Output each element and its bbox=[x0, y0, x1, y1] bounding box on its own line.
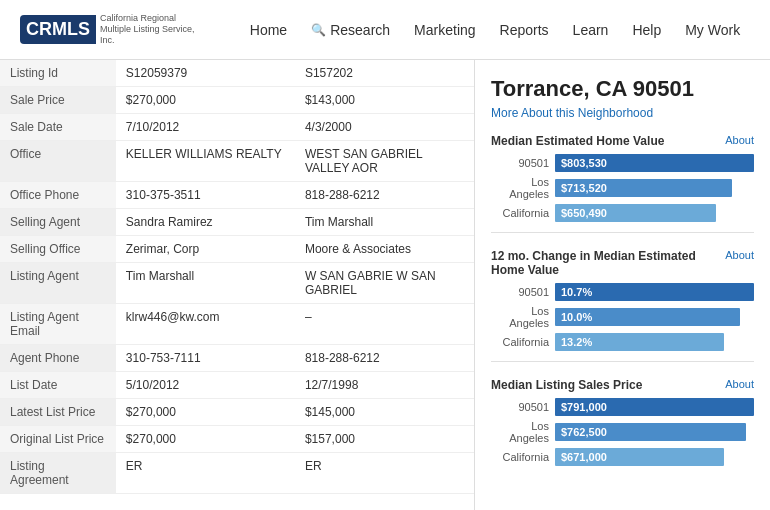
neighborhood-title: Torrance, CA 90501 bbox=[491, 76, 754, 102]
bar-label: 90501 bbox=[491, 401, 549, 413]
stat-title-text: Median Listing Sales Price bbox=[491, 378, 642, 392]
table-row: List Date 5/10/2012 12/7/1998 bbox=[0, 372, 474, 399]
bar-row: 9050110.7% bbox=[491, 283, 754, 301]
bar-fill: $803,530 bbox=[555, 154, 754, 172]
row-label: Selling Agent bbox=[0, 209, 116, 236]
bar-label: Los Angeles bbox=[491, 176, 549, 200]
main-nav: Home 🔍 Research Marketing Reports Learn … bbox=[240, 22, 750, 38]
bar-label: Los Angeles bbox=[491, 420, 549, 444]
row-col2: 4/3/2000 bbox=[295, 114, 474, 141]
table-row: Listing Agent Tim Marshall W SAN GABRIE … bbox=[0, 263, 474, 304]
bar-label: 90501 bbox=[491, 157, 549, 169]
row-col1: Tim Marshall bbox=[116, 263, 295, 304]
stat-title: Median Listing Sales PriceAbout bbox=[491, 378, 754, 392]
row-label: Selling Office bbox=[0, 236, 116, 263]
row-col2: ER bbox=[295, 453, 474, 494]
row-label: Listing Agent bbox=[0, 263, 116, 304]
table-row: Listing Id S12059379 S157202 bbox=[0, 60, 474, 87]
row-col2: S157202 bbox=[295, 60, 474, 87]
table-row: Selling Office Zerimar, Corp Moore & Ass… bbox=[0, 236, 474, 263]
bar-fill: $791,000 bbox=[555, 398, 754, 416]
neighborhood-link[interactable]: More About this Neighborhood bbox=[491, 106, 754, 120]
row-col2: Tim Marshall bbox=[295, 209, 474, 236]
table-row: Sale Date 7/10/2012 4/3/2000 bbox=[0, 114, 474, 141]
property-table-panel: Listing Id S12059379 S157202 Sale Price … bbox=[0, 60, 475, 510]
header: CRMLS California Regional Multiple Listi… bbox=[0, 0, 770, 60]
bar-wrap: $791,000 bbox=[555, 398, 754, 416]
stat-section-0: Median Estimated Home ValueAbout90501$80… bbox=[491, 134, 754, 233]
nav-home[interactable]: Home bbox=[250, 22, 287, 38]
logo-acronym: CRMLS bbox=[20, 15, 96, 44]
bar-row: Los Angeles$762,500 bbox=[491, 420, 754, 444]
bar-label: 90501 bbox=[491, 286, 549, 298]
row-col1: ER bbox=[116, 453, 295, 494]
stat-title: Median Estimated Home ValueAbout bbox=[491, 134, 754, 148]
table-row: Office KELLER WILLIAMS REALTY WEST SAN G… bbox=[0, 141, 474, 182]
nav-reports[interactable]: Reports bbox=[500, 22, 549, 38]
row-label: Listing Agent Email bbox=[0, 304, 116, 345]
bar-fill: $671,000 bbox=[555, 448, 724, 466]
nav-research[interactable]: 🔍 Research bbox=[311, 22, 390, 38]
nav-learn[interactable]: Learn bbox=[573, 22, 609, 38]
search-icon: 🔍 bbox=[311, 23, 326, 37]
section-divider bbox=[491, 232, 754, 233]
stat-title-text: 12 mo. Change in Median Estimated Home V… bbox=[491, 249, 725, 277]
bar-fill: $650,490 bbox=[555, 204, 716, 222]
logo-subtitle: California Regional Multiple Listing Ser… bbox=[100, 13, 200, 45]
row-col2: 818-288-6212 bbox=[295, 182, 474, 209]
bar-row: California13.2% bbox=[491, 333, 754, 351]
row-label: Sale Price bbox=[0, 87, 116, 114]
neighborhood-panel: Torrance, CA 90501 More About this Neigh… bbox=[475, 60, 770, 510]
bar-wrap: 10.0% bbox=[555, 308, 754, 326]
table-row: Agent Phone 310-753-7111 818-288-6212 bbox=[0, 345, 474, 372]
stat-about-link[interactable]: About bbox=[725, 378, 754, 392]
row-col1: 310-375-3511 bbox=[116, 182, 295, 209]
logo: CRMLS California Regional Multiple Listi… bbox=[20, 13, 200, 45]
row-label: Office bbox=[0, 141, 116, 182]
table-row: Original List Price $270,000 $157,000 bbox=[0, 426, 474, 453]
row-label: Listing Id bbox=[0, 60, 116, 87]
bar-row: California$671,000 bbox=[491, 448, 754, 466]
row-label: Sale Date bbox=[0, 114, 116, 141]
bar-wrap: $650,490 bbox=[555, 204, 754, 222]
row-col1: Zerimar, Corp bbox=[116, 236, 295, 263]
stat-about-link[interactable]: About bbox=[725, 134, 754, 148]
row-col1: 310-753-7111 bbox=[116, 345, 295, 372]
bar-fill: 10.7% bbox=[555, 283, 754, 301]
bar-row: 90501$803,530 bbox=[491, 154, 754, 172]
table-row: Listing Agreement ER ER bbox=[0, 453, 474, 494]
bar-wrap: $803,530 bbox=[555, 154, 754, 172]
row-col2: W SAN GABRIE W SAN GABRIEL bbox=[295, 263, 474, 304]
bar-row: 90501$791,000 bbox=[491, 398, 754, 416]
nav-help[interactable]: Help bbox=[632, 22, 661, 38]
stat-about-link[interactable]: About bbox=[725, 249, 754, 277]
row-col1: 5/10/2012 bbox=[116, 372, 295, 399]
table-row: Office Phone 310-375-3511 818-288-6212 bbox=[0, 182, 474, 209]
row-col2: 12/7/1998 bbox=[295, 372, 474, 399]
row-label: List Date bbox=[0, 372, 116, 399]
bar-wrap: $671,000 bbox=[555, 448, 754, 466]
bar-wrap: $762,500 bbox=[555, 423, 754, 441]
row-col1: S12059379 bbox=[116, 60, 295, 87]
row-col2: $157,000 bbox=[295, 426, 474, 453]
bar-row: California$650,490 bbox=[491, 204, 754, 222]
bar-row: Los Angeles$713,520 bbox=[491, 176, 754, 200]
row-col1: klrw446@kw.com bbox=[116, 304, 295, 345]
nav-marketing[interactable]: Marketing bbox=[414, 22, 475, 38]
table-row: Selling Agent Sandra Ramirez Tim Marshal… bbox=[0, 209, 474, 236]
row-col1: $270,000 bbox=[116, 399, 295, 426]
stat-title-text: Median Estimated Home Value bbox=[491, 134, 664, 148]
bar-fill: $713,520 bbox=[555, 179, 732, 197]
row-col2: $143,000 bbox=[295, 87, 474, 114]
nav-mywork[interactable]: My Work bbox=[685, 22, 740, 38]
table-row: Latest List Price $270,000 $145,000 bbox=[0, 399, 474, 426]
bar-label: California bbox=[491, 336, 549, 348]
row-col1: Sandra Ramirez bbox=[116, 209, 295, 236]
main-content: Listing Id S12059379 S157202 Sale Price … bbox=[0, 60, 770, 510]
stat-section-1: 12 mo. Change in Median Estimated Home V… bbox=[491, 249, 754, 362]
bar-label: Los Angeles bbox=[491, 305, 549, 329]
table-row: Sale Price $270,000 $143,000 bbox=[0, 87, 474, 114]
row-col2: $145,000 bbox=[295, 399, 474, 426]
row-label: Office Phone bbox=[0, 182, 116, 209]
bar-fill: 13.2% bbox=[555, 333, 724, 351]
